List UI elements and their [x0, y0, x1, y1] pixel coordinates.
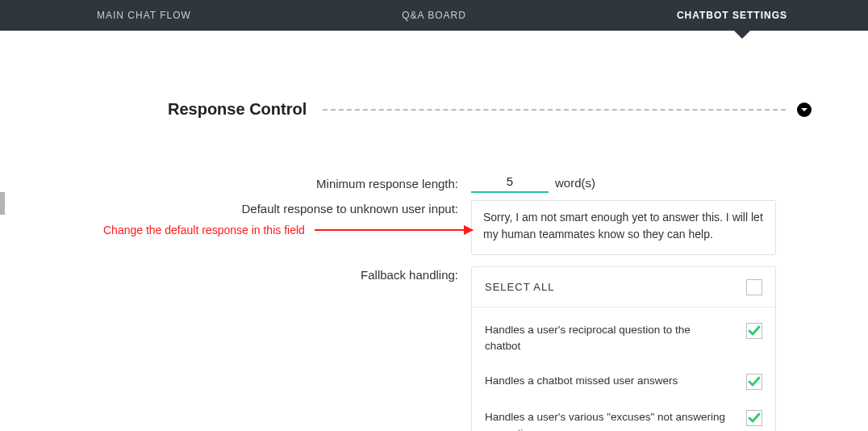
chevron-down-icon	[800, 106, 808, 114]
check-icon	[747, 411, 762, 425]
default-response-wrap	[471, 200, 776, 255]
row-min-response-length: Minimum response length: word(s)	[0, 173, 812, 193]
section-header: Response Control	[168, 100, 812, 119]
fallback-item-label: Handles a chatbot missed user answers	[485, 373, 678, 389]
select-all-checkbox[interactable]	[746, 279, 762, 295]
top-nav: MAIN CHAT FLOW Q&A BOARD CHATBOT SETTING…	[0, 0, 868, 31]
annotation-arrow-icon	[315, 229, 473, 231]
collapse-toggle[interactable]	[797, 103, 812, 117]
tab-chatbot-settings[interactable]: CHATBOT SETTINGS	[677, 10, 787, 21]
select-all-label: SELECT ALL	[485, 281, 554, 293]
fallback-item-label: Handles a user's various "excuses" not a…	[485, 409, 727, 431]
fallback-list: Handles a user's reciprocal question to …	[472, 308, 775, 431]
fallback-item-checkbox[interactable]	[746, 374, 762, 390]
fallback-item: Handles a chatbot missed user answers	[485, 363, 762, 400]
default-response-label: Default response to unknown user input:	[0, 200, 471, 216]
min-length-unit: word(s)	[555, 176, 595, 190]
section-divider	[323, 109, 786, 111]
tab-main-chat-flow[interactable]: MAIN CHAT FLOW	[97, 10, 191, 21]
check-icon	[747, 375, 762, 389]
fallback-item-checkbox[interactable]	[746, 410, 762, 426]
settings-content: Response Control Minimum response length…	[0, 31, 868, 69]
section-title: Response Control	[168, 100, 307, 119]
fallback-item: Handles a user's various "excuses" not a…	[485, 400, 762, 431]
fallback-panel: SELECT ALL Handles a user's reciprocal q…	[471, 266, 776, 431]
fallback-item: Handles a user's reciprocal question to …	[485, 312, 762, 363]
fallback-select-all-row: SELECT ALL	[472, 267, 775, 308]
check-icon	[747, 324, 762, 338]
annotation-callout: Change the default response in this fiel…	[103, 224, 473, 236]
min-length-input[interactable]	[471, 173, 549, 193]
min-length-label: Minimum response length:	[0, 175, 471, 190]
fallback-item-checkbox[interactable]	[746, 323, 762, 339]
tab-qa-board[interactable]: Q&A BOARD	[402, 10, 466, 21]
row-fallback-handling: Fallback handling: SELECT ALL Handles a …	[0, 266, 812, 431]
annotation-text: Change the default response in this fiel…	[103, 224, 305, 236]
fallback-item-label: Handles a user's reciprocal question to …	[485, 322, 727, 354]
fallback-label: Fallback handling:	[0, 266, 471, 282]
default-response-input[interactable]	[483, 209, 764, 255]
